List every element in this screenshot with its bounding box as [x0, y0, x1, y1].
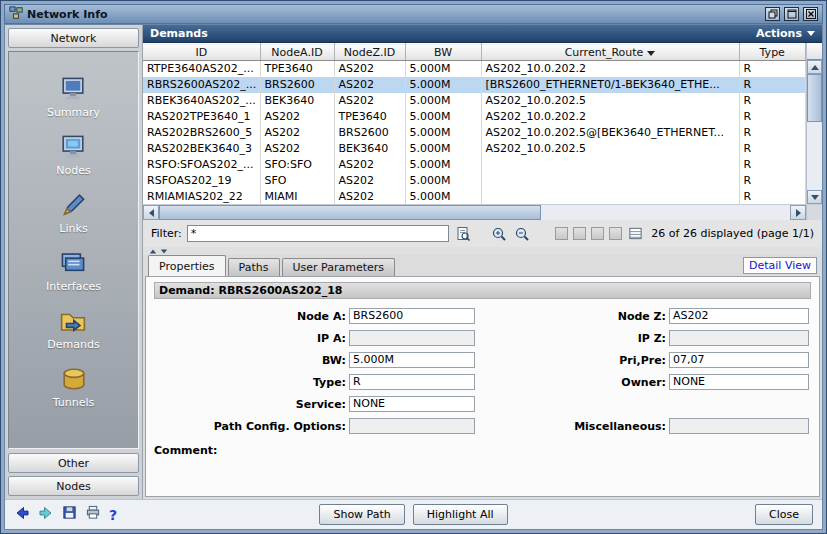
column-header-route[interactable]: Current_Route	[481, 44, 739, 61]
table-cell-bw[interactable]: 5.000M	[405, 173, 481, 189]
table-cell-id[interactable]: RAS202BRS2600_5	[143, 125, 260, 141]
table-row[interactable]: RTPE3640AS202_...TPE3640AS2025.000MAS202…	[143, 61, 806, 77]
node-z-field[interactable]: AS202	[669, 308, 809, 324]
table-cell-type[interactable]: R	[739, 173, 806, 189]
list-view-button[interactable]	[627, 225, 645, 243]
table-cell-route[interactable]	[481, 173, 739, 189]
table-cell-type[interactable]: R	[739, 125, 806, 141]
miscellaneous-field[interactable]	[669, 418, 809, 434]
table-cell-bw[interactable]: 5.000M	[405, 93, 481, 109]
sidebar-item-nodes[interactable]: Nodes	[56, 134, 90, 177]
table-cell-bw[interactable]: 5.000M	[405, 189, 481, 205]
toggle-button-2[interactable]	[573, 227, 586, 240]
horizontal-scroll-thumb[interactable]	[159, 205, 541, 220]
horizontal-scroll-track[interactable]	[541, 205, 790, 220]
table-cell-bw[interactable]: 5.000M	[405, 109, 481, 125]
scroll-down-button[interactable]	[807, 190, 822, 204]
table-cell-nodeA[interactable]: AS202	[260, 125, 334, 141]
table-cell-bw[interactable]: 5.000M	[405, 141, 481, 157]
sidebar-item-demands[interactable]: Demands	[47, 308, 99, 351]
bw-field[interactable]: 5.000M	[349, 352, 475, 368]
column-header-id[interactable]: ID	[143, 44, 260, 61]
sidebar-item-interfaces[interactable]: Interfaces	[46, 250, 101, 293]
table-cell-id[interactable]: RMIAMIAS202_22	[143, 189, 260, 205]
search-preview-button[interactable]	[454, 225, 472, 243]
scroll-right-button[interactable]	[790, 205, 806, 220]
table-cell-type[interactable]: R	[739, 61, 806, 77]
tab-paths[interactable]: Paths	[228, 258, 280, 276]
tab-user-parameters[interactable]: User Parameters	[282, 258, 396, 276]
other-button[interactable]: Other	[8, 453, 139, 473]
table-cell-nodeA[interactable]: BRS2600	[260, 77, 334, 93]
service-field[interactable]: NONE	[349, 396, 475, 412]
table-cell-route[interactable]	[481, 157, 739, 173]
scroll-up-button[interactable]	[807, 60, 822, 74]
path-config-field[interactable]	[349, 418, 475, 434]
zoom-in-button[interactable]	[490, 225, 508, 243]
table-cell-id[interactable]: RSFO:SFOAS202_...	[143, 157, 260, 173]
table-cell-type[interactable]: R	[739, 157, 806, 173]
node-a-field[interactable]: BRS2600	[349, 308, 475, 324]
nodes-button[interactable]: Nodes	[8, 476, 139, 496]
table-cell-route[interactable]: AS202_10.0.202.5	[481, 141, 739, 157]
minimize-button[interactable]	[765, 7, 780, 21]
table-cell-nodeZ[interactable]: AS202	[334, 61, 405, 77]
owner-field[interactable]: NONE	[669, 374, 809, 390]
table-cell-nodeZ[interactable]: AS202	[334, 93, 405, 109]
tab-properties[interactable]: Properties	[148, 255, 226, 276]
table-cell-route[interactable]: AS202_10.0.202.2	[481, 61, 739, 77]
highlight-all-button[interactable]: Highlight All	[413, 504, 508, 525]
close-window-button[interactable]: Close	[755, 504, 813, 525]
table-cell-id[interactable]: RAS202BEK3640_3	[143, 141, 260, 157]
scroll-left-button[interactable]	[143, 205, 159, 220]
table-cell-id[interactable]: RBRS2600AS202_...	[143, 77, 260, 93]
sidebar-item-tunnels[interactable]: Tunnels	[53, 366, 95, 409]
column-header-nodea[interactable]: NodeA.ID	[260, 44, 334, 61]
actions-menu-button[interactable]: Actions	[756, 27, 815, 40]
sidebar-item-links[interactable]: Links	[59, 192, 87, 235]
table-cell-nodeA[interactable]: MIAMI	[260, 189, 334, 205]
table-cell-route[interactable]: AS202_10.0.202.5	[481, 93, 739, 109]
table-cell-nodeA[interactable]: AS202	[260, 109, 334, 125]
table-cell-type[interactable]: R	[739, 141, 806, 157]
zoom-out-button[interactable]	[513, 225, 531, 243]
table-cell-nodeA[interactable]: BEK3640	[260, 93, 334, 109]
table-cell-type[interactable]: R	[739, 189, 806, 205]
ip-a-field[interactable]	[349, 330, 475, 346]
table-cell-nodeZ[interactable]: TPE3640	[334, 109, 405, 125]
table-cell-type[interactable]: R	[739, 93, 806, 109]
table-cell-bw[interactable]: 5.000M	[405, 77, 481, 93]
pri-pre-field[interactable]: 07,07	[669, 352, 809, 368]
back-button[interactable]	[14, 505, 30, 525]
table-cell-id[interactable]: RBEK3640AS202_...	[143, 93, 260, 109]
show-path-button[interactable]: Show Path	[319, 504, 404, 525]
detail-view-button[interactable]: Detail View	[743, 257, 817, 274]
table-cell-route[interactable]: AS202_10.0.202.5@[BEK3640_ETHERNET...	[481, 125, 739, 141]
filter-input[interactable]	[187, 225, 449, 242]
save-button[interactable]	[62, 505, 77, 524]
table-cell-nodeA[interactable]: SFO	[260, 173, 334, 189]
split-divider[interactable]	[143, 247, 822, 255]
table-row[interactable]: RAS202BEK3640_3AS202BEK36405.000MAS202_1…	[143, 141, 806, 157]
table-row[interactable]: RBEK3640AS202_...BEK3640AS2025.000MAS202…	[143, 93, 806, 109]
vertical-scrollbar[interactable]	[806, 43, 822, 204]
column-header-bw[interactable]: BW	[405, 44, 481, 61]
help-button[interactable]: ?	[109, 507, 117, 523]
vertical-scroll-thumb[interactable]	[807, 74, 822, 122]
table-cell-id[interactable]: RSFOAS202_19	[143, 173, 260, 189]
table-cell-bw[interactable]: 5.000M	[405, 157, 481, 173]
print-button[interactable]	[85, 505, 101, 524]
table-row[interactable]: RSFOAS202_19SFOAS2025.000MR	[143, 173, 806, 189]
vertical-scroll-track[interactable]	[807, 122, 822, 190]
table-cell-nodeZ[interactable]: AS202	[334, 157, 405, 173]
table-cell-nodeA[interactable]: TPE3640	[260, 61, 334, 77]
toggle-button-3[interactable]	[591, 227, 604, 240]
table-cell-nodeZ[interactable]: AS202	[334, 77, 405, 93]
table-cell-route[interactable]	[481, 189, 739, 205]
table-row[interactable]: RMIAMIAS202_22MIAMIAS2025.000MR	[143, 189, 806, 205]
type-field[interactable]: R	[349, 374, 475, 390]
toggle-button-1[interactable]	[555, 227, 568, 240]
table-cell-route[interactable]: AS202_10.0.202.2	[481, 109, 739, 125]
table-cell-type[interactable]: R	[739, 109, 806, 125]
table-cell-route[interactable]: [BRS2600_ETHERNET0/1-BEK3640_ETHE...	[481, 77, 739, 93]
